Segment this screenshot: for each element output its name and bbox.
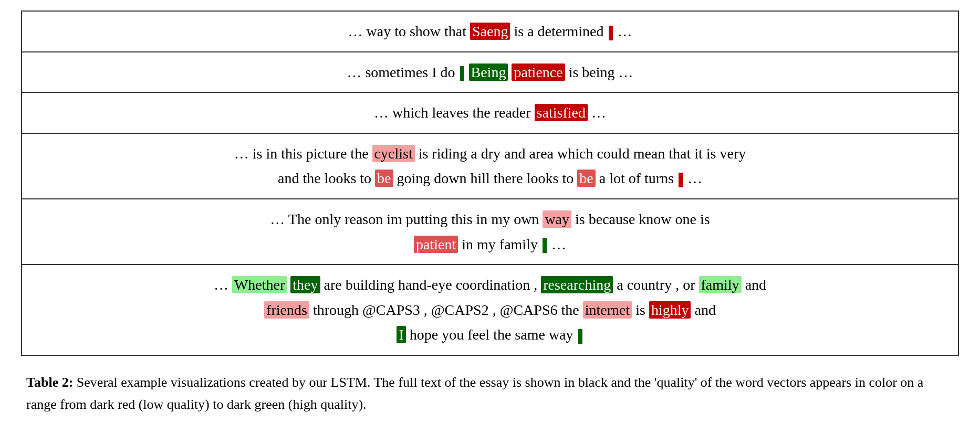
highlight-patient: patient	[414, 236, 458, 253]
visualization-table: … way to show that Saeng is a determined…	[21, 10, 959, 356]
row6-line3: I hope you feel the same way	[38, 322, 942, 347]
row4-line2: and the looks to be going down hill ther…	[38, 166, 942, 191]
bar-icon	[460, 66, 464, 81]
caption-text: Several example visualizations created b…	[26, 375, 923, 412]
row5-line1: … The only reason im putting this in my …	[38, 207, 942, 232]
row3-text: … which leaves the reader	[374, 104, 535, 121]
highlight-be2: be	[577, 170, 595, 187]
table-row: … sometimes I do Being patience is being…	[22, 52, 958, 93]
highlight-whether: Whether	[232, 276, 287, 293]
highlight-satisfied: satisfied	[535, 104, 588, 121]
highlight-researching: researching	[541, 276, 613, 293]
row2-text3: is being …	[565, 64, 633, 80]
highlight-friends: friends	[264, 301, 309, 319]
row4-line1: … is in this picture the cyclist is ridi…	[38, 141, 942, 166]
highlight-way: way	[543, 210, 571, 228]
table-caption: Table 2: Several example visualizations …	[21, 372, 959, 415]
row3-text2: …	[588, 104, 606, 121]
highlight-be1: be	[375, 170, 393, 187]
highlight-I: I	[397, 326, 405, 343]
table-row: … way to show that Saeng is a determined…	[22, 12, 958, 52]
row2-text: … sometimes I do	[347, 64, 458, 80]
table-row: … is in this picture the cyclist is ridi…	[22, 134, 958, 199]
row5-line2: patient in my family …	[38, 232, 942, 257]
highlight-they: they	[290, 276, 320, 293]
row1-text3: …	[614, 23, 632, 39]
bar-icon	[679, 173, 683, 187]
table-row: … which leaves the reader satisfied …	[22, 93, 958, 134]
row2-space	[465, 64, 469, 80]
highlight-internet: internet	[583, 301, 632, 319]
highlight-highly: highly	[649, 301, 691, 319]
table-row: … The only reason im putting this in my …	[22, 199, 958, 265]
highlight-patience: patience	[512, 64, 565, 81]
highlight-cyclist: cyclist	[372, 145, 415, 162]
row1-text2: is a determined	[510, 23, 607, 39]
bar-icon	[609, 26, 613, 40]
row6-line1: … Whether they are building hand-eye coo…	[38, 272, 942, 298]
highlight-being: Being	[469, 64, 508, 81]
table-row: … Whether they are building hand-eye coo…	[22, 265, 958, 355]
highlight-family: family	[699, 276, 742, 293]
bar-icon	[578, 329, 582, 344]
caption-label: Table 2:	[26, 375, 73, 390]
highlight-saeng: Saeng	[470, 23, 510, 40]
bar-icon	[543, 238, 547, 253]
row1-text: … way to show that	[348, 23, 470, 39]
row6-line2: friends through @CAPS3 , @CAPS2 , @CAPS6…	[38, 298, 942, 323]
